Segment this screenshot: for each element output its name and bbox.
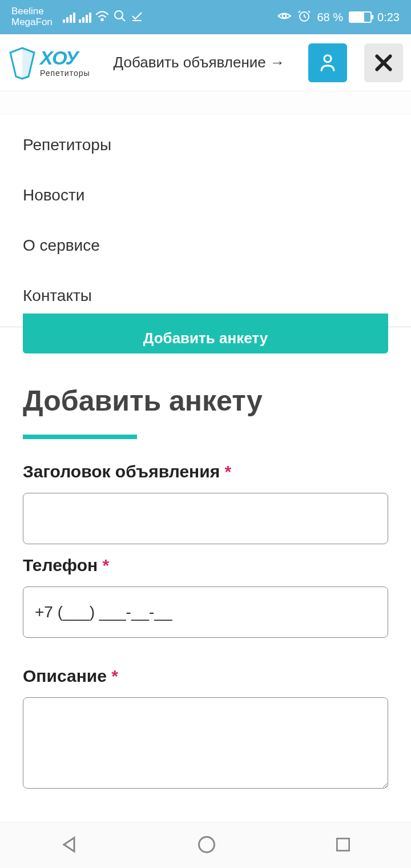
nav-item-tutors[interactable]: Репетиторы [0,120,411,170]
add-profile-banner[interactable]: Добавить анкету [23,314,388,353]
status-icons-left [63,9,144,26]
field-phone: Телефон * [23,556,388,638]
close-icon [372,51,395,74]
nav-menu: Репетиторы Новости О сервисе Контакты [0,114,411,327]
required-star: * [111,666,118,685]
app-header: ХОУ Репетиторы Добавить объявление → [0,34,411,91]
battery-percent: 68 % [317,11,343,24]
decorative-pattern [0,91,411,114]
page-title: Добавить анкету [23,384,388,417]
signal-icon-1 [63,11,75,23]
user-button[interactable] [308,43,347,82]
svg-line-2 [122,18,125,21]
svg-rect-17 [337,838,349,850]
circle-home-icon [196,834,217,855]
svg-line-7 [304,17,306,18]
phone-label: Телефон * [23,556,388,575]
user-icon [319,53,336,73]
android-nav-bar [0,822,411,868]
svg-point-16 [199,837,214,852]
search-status-icon [113,9,127,26]
status-right: 68 % 0:23 [277,9,400,26]
android-recent-button[interactable] [334,835,352,856]
triangle-back-icon [59,834,79,855]
field-description: Описание * [23,666,388,791]
field-title: Заголовок объявления * [23,462,388,544]
logo[interactable]: ХОУ Репетиторы [8,46,90,80]
svg-line-9 [308,11,310,13]
svg-line-8 [299,11,300,13]
logo-subtitle: Репетиторы [40,69,90,78]
carrier-1: Beeline [11,6,53,17]
status-bar: Beeline MegaFon 68 % 0:23 [0,0,411,34]
square-recent-icon [334,835,352,854]
description-input[interactable] [23,697,388,789]
check-status-icon [130,9,144,26]
svg-point-1 [115,11,123,19]
add-listing-link[interactable]: Добавить объявление → [102,54,297,71]
description-label: Описание * [23,666,388,686]
title-underline [23,435,137,439]
battery-icon [349,11,372,23]
title-label: Заголовок объявления * [23,462,388,481]
status-left: Beeline MegaFon [11,6,144,27]
logo-icon [8,46,37,80]
carrier-2: MegaFon [11,17,53,28]
logo-brand: ХОУ [40,48,90,67]
signal-icon-2 [79,11,91,23]
svg-marker-15 [64,838,74,851]
android-home-button[interactable] [196,834,217,857]
content: Добавить анкету Заголовок объявления * Т… [0,384,411,791]
nav-item-about[interactable]: О сервисе [0,220,411,271]
add-profile-banner-label: Добавить анкету [143,329,268,347]
carrier-labels: Beeline MegaFon [11,6,53,27]
close-menu-button[interactable] [364,43,403,82]
required-star: * [225,462,232,481]
nav-item-news[interactable]: Новости [0,170,411,220]
status-time: 0:23 [377,11,400,24]
alarm-icon [297,9,311,26]
android-back-button[interactable] [59,834,79,857]
svg-point-12 [324,55,331,62]
wifi-icon [95,10,110,25]
svg-point-0 [101,18,103,20]
svg-point-4 [283,14,287,18]
eye-icon [277,10,292,25]
phone-input[interactable] [23,586,388,638]
required-star: * [103,556,110,574]
title-input[interactable] [23,493,388,544]
